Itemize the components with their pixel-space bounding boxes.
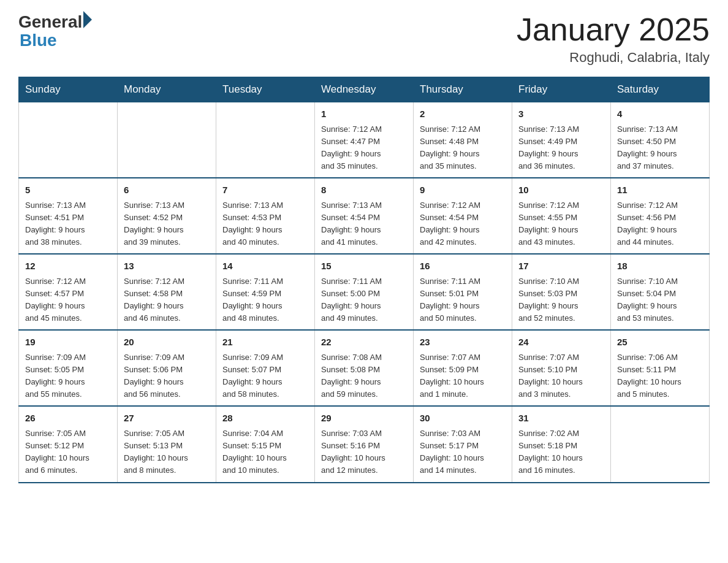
day-number: 21 (222, 335, 308, 350)
day-number: 25 (617, 335, 703, 350)
day-info: Sunrise: 7:11 AMSunset: 5:00 PMDaylight:… (321, 275, 407, 325)
calendar-cell: 16Sunrise: 7:11 AMSunset: 5:01 PMDayligh… (414, 254, 512, 330)
day-info: Sunrise: 7:11 AMSunset: 5:01 PMDaylight:… (420, 275, 506, 325)
day-info: Sunrise: 7:03 AMSunset: 5:17 PMDaylight:… (420, 427, 506, 477)
weekday-header-tuesday: Tuesday (216, 77, 315, 102)
calendar-cell: 23Sunrise: 7:07 AMSunset: 5:09 PMDayligh… (414, 330, 512, 406)
calendar-cell: 4Sunrise: 7:13 AMSunset: 4:50 PMDaylight… (611, 102, 710, 178)
calendar-cell (216, 102, 315, 178)
calendar-cell: 30Sunrise: 7:03 AMSunset: 5:17 PMDayligh… (414, 406, 512, 482)
day-info: Sunrise: 7:12 AMSunset: 4:54 PMDaylight:… (420, 199, 506, 249)
day-number: 6 (124, 183, 210, 197)
day-number: 12 (25, 259, 111, 274)
day-number: 20 (124, 335, 210, 350)
calendar-cell: 12Sunrise: 7:12 AMSunset: 4:57 PMDayligh… (19, 254, 118, 330)
day-number: 11 (617, 183, 703, 197)
day-info: Sunrise: 7:13 AMSunset: 4:52 PMDaylight:… (124, 199, 210, 249)
day-info: Sunrise: 7:12 AMSunset: 4:55 PMDaylight:… (518, 199, 604, 249)
calendar-cell: 3Sunrise: 7:13 AMSunset: 4:49 PMDaylight… (512, 102, 611, 178)
calendar-week-row: 1Sunrise: 7:12 AMSunset: 4:47 PMDaylight… (19, 102, 710, 178)
day-number: 22 (321, 335, 407, 350)
day-number: 19 (25, 335, 111, 350)
day-number: 5 (25, 183, 111, 197)
day-info: Sunrise: 7:09 AMSunset: 5:07 PMDaylight:… (222, 351, 308, 401)
calendar-subtitle: Roghudi, Calabria, Italy (517, 50, 710, 66)
calendar-cell: 11Sunrise: 7:12 AMSunset: 4:56 PMDayligh… (611, 178, 710, 254)
calendar-cell: 18Sunrise: 7:10 AMSunset: 5:04 PMDayligh… (611, 254, 710, 330)
day-number: 15 (321, 259, 407, 274)
calendar-week-row: 26Sunrise: 7:05 AMSunset: 5:12 PMDayligh… (19, 406, 710, 482)
day-info: Sunrise: 7:12 AMSunset: 4:57 PMDaylight:… (25, 275, 111, 325)
day-number: 14 (222, 259, 308, 274)
calendar-cell: 24Sunrise: 7:07 AMSunset: 5:10 PMDayligh… (512, 330, 611, 406)
day-info: Sunrise: 7:02 AMSunset: 5:18 PMDaylight:… (518, 427, 604, 477)
weekday-header-sunday: Sunday (19, 77, 118, 102)
calendar-cell: 28Sunrise: 7:04 AMSunset: 5:15 PMDayligh… (216, 406, 315, 482)
day-number: 27 (124, 412, 210, 426)
calendar-week-row: 12Sunrise: 7:12 AMSunset: 4:57 PMDayligh… (19, 254, 710, 330)
day-info: Sunrise: 7:10 AMSunset: 5:04 PMDaylight:… (617, 275, 703, 325)
calendar-cell: 20Sunrise: 7:09 AMSunset: 5:06 PMDayligh… (118, 330, 216, 406)
day-number: 23 (420, 335, 506, 350)
day-info: Sunrise: 7:11 AMSunset: 4:59 PMDaylight:… (222, 275, 308, 325)
calendar-cell: 21Sunrise: 7:09 AMSunset: 5:07 PMDayligh… (216, 330, 315, 406)
calendar-table: SundayMondayTuesdayWednesdayThursdayFrid… (18, 77, 710, 483)
title-block: January 2025 Roghudi, Calabria, Italy (517, 12, 710, 66)
weekday-header-friday: Friday (512, 77, 611, 102)
calendar-cell: 8Sunrise: 7:13 AMSunset: 4:54 PMDaylight… (315, 178, 414, 254)
weekday-header-saturday: Saturday (611, 77, 710, 102)
day-number: 13 (124, 259, 210, 274)
calendar-cell: 27Sunrise: 7:05 AMSunset: 5:13 PMDayligh… (118, 406, 216, 482)
calendar-cell: 25Sunrise: 7:06 AMSunset: 5:11 PMDayligh… (611, 330, 710, 406)
day-number: 9 (420, 183, 506, 197)
calendar-cell: 2Sunrise: 7:12 AMSunset: 4:48 PMDaylight… (414, 102, 512, 178)
day-info: Sunrise: 7:05 AMSunset: 5:13 PMDaylight:… (124, 427, 210, 477)
day-number: 17 (518, 259, 604, 274)
calendar-header: SundayMondayTuesdayWednesdayThursdayFrid… (19, 77, 710, 102)
day-number: 2 (420, 107, 506, 121)
calendar-week-row: 5Sunrise: 7:13 AMSunset: 4:51 PMDaylight… (19, 178, 710, 254)
calendar-cell: 22Sunrise: 7:08 AMSunset: 5:08 PMDayligh… (315, 330, 414, 406)
weekday-header-wednesday: Wednesday (315, 77, 414, 102)
weekday-header-monday: Monday (118, 77, 216, 102)
calendar-cell: 9Sunrise: 7:12 AMSunset: 4:54 PMDaylight… (414, 178, 512, 254)
day-number: 18 (617, 259, 703, 274)
day-number: 31 (518, 412, 604, 426)
calendar-cell: 7Sunrise: 7:13 AMSunset: 4:53 PMDaylight… (216, 178, 315, 254)
day-info: Sunrise: 7:10 AMSunset: 5:03 PMDaylight:… (518, 275, 604, 325)
day-info: Sunrise: 7:03 AMSunset: 5:16 PMDaylight:… (321, 427, 407, 477)
calendar-cell: 1Sunrise: 7:12 AMSunset: 4:47 PMDaylight… (315, 102, 414, 178)
calendar-body: 1Sunrise: 7:12 AMSunset: 4:47 PMDaylight… (19, 102, 710, 483)
calendar-cell: 13Sunrise: 7:12 AMSunset: 4:58 PMDayligh… (118, 254, 216, 330)
day-number: 28 (222, 412, 308, 426)
day-info: Sunrise: 7:05 AMSunset: 5:12 PMDaylight:… (25, 427, 111, 477)
day-number: 1 (321, 107, 407, 121)
day-info: Sunrise: 7:12 AMSunset: 4:56 PMDaylight:… (617, 199, 703, 249)
logo-blue-text: Blue (20, 32, 57, 49)
calendar-cell: 15Sunrise: 7:11 AMSunset: 5:00 PMDayligh… (315, 254, 414, 330)
logo-arrow-icon (83, 11, 92, 28)
calendar-cell (19, 102, 118, 178)
day-info: Sunrise: 7:12 AMSunset: 4:58 PMDaylight:… (124, 275, 210, 325)
calendar-cell: 29Sunrise: 7:03 AMSunset: 5:16 PMDayligh… (315, 406, 414, 482)
calendar-cell: 10Sunrise: 7:12 AMSunset: 4:55 PMDayligh… (512, 178, 611, 254)
day-info: Sunrise: 7:13 AMSunset: 4:49 PMDaylight:… (518, 123, 604, 173)
day-info: Sunrise: 7:04 AMSunset: 5:15 PMDaylight:… (222, 427, 308, 477)
day-info: Sunrise: 7:06 AMSunset: 5:11 PMDaylight:… (617, 351, 703, 401)
day-info: Sunrise: 7:09 AMSunset: 5:06 PMDaylight:… (124, 351, 210, 401)
day-info: Sunrise: 7:08 AMSunset: 5:08 PMDaylight:… (321, 351, 407, 401)
calendar-week-row: 19Sunrise: 7:09 AMSunset: 5:05 PMDayligh… (19, 330, 710, 406)
calendar-cell: 5Sunrise: 7:13 AMSunset: 4:51 PMDaylight… (19, 178, 118, 254)
calendar-cell: 17Sunrise: 7:10 AMSunset: 5:03 PMDayligh… (512, 254, 611, 330)
day-number: 10 (518, 183, 604, 197)
day-number: 26 (25, 412, 111, 426)
day-number: 4 (617, 107, 703, 121)
day-info: Sunrise: 7:07 AMSunset: 5:10 PMDaylight:… (518, 351, 604, 401)
day-info: Sunrise: 7:13 AMSunset: 4:53 PMDaylight:… (222, 199, 308, 249)
calendar-cell (611, 406, 710, 482)
weekday-header-thursday: Thursday (414, 77, 512, 102)
day-number: 3 (518, 107, 604, 121)
day-number: 30 (420, 412, 506, 426)
page-header: General Blue January 2025 Roghudi, Calab… (18, 12, 710, 66)
day-number: 8 (321, 183, 407, 197)
